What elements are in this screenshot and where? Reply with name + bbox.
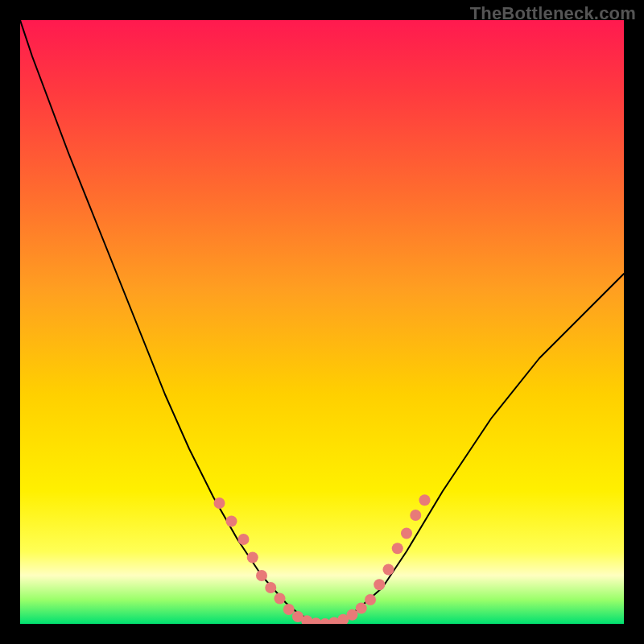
data-point — [383, 564, 394, 576]
data-point — [226, 516, 237, 527]
chart-svg — [20, 20, 624, 624]
data-points — [214, 494, 431, 624]
chart-container: TheBottleneck.com — [0, 0, 644, 644]
bottleneck-curve — [20, 20, 624, 624]
data-point — [365, 594, 376, 605]
data-point — [275, 593, 286, 605]
data-point — [347, 609, 358, 621]
data-point — [410, 510, 421, 521]
plot-area — [20, 20, 624, 624]
data-point — [392, 543, 403, 554]
data-point — [283, 604, 295, 615]
data-point — [356, 603, 367, 614]
data-point — [374, 579, 385, 590]
data-point — [247, 552, 258, 564]
data-point — [419, 494, 431, 506]
data-point — [401, 528, 412, 539]
data-point — [238, 534, 250, 545]
data-point — [214, 497, 225, 509]
data-point — [265, 582, 276, 593]
data-point — [256, 570, 267, 581]
